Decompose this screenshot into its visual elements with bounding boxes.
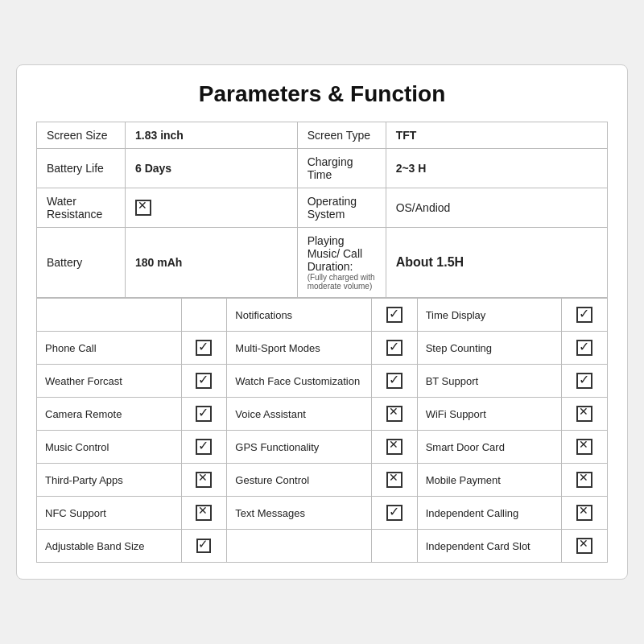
gesture-check-icon bbox=[386, 472, 402, 488]
specs-table: Screen Size 1.83 inch Screen Type TFT Ba… bbox=[36, 122, 608, 298]
feature-col2-label-4: GPS Functionality bbox=[227, 431, 372, 464]
os-value: OS/Andiod bbox=[386, 188, 607, 228]
os-label: Operating System bbox=[297, 188, 386, 228]
main-card: Parameters & Function Screen Size 1.83 i… bbox=[16, 64, 628, 580]
feature-col2-label-3: Voice Assistant bbox=[227, 398, 372, 431]
music-control-check-icon bbox=[196, 439, 212, 455]
spec-row-battery: Battery 180 mAh Playing Music/ Call Dura… bbox=[37, 228, 608, 298]
features-table: Notifications Time Display Phone Call Mu… bbox=[36, 298, 608, 563]
spec-row-water: Water Resistance Operating System OS/And… bbox=[37, 188, 608, 228]
feature-col1-label-6: NFC Support bbox=[37, 497, 182, 530]
feature-col2-check-0 bbox=[371, 299, 417, 332]
screen-type-label: Screen Type bbox=[297, 122, 386, 149]
feature-col1-check-0 bbox=[181, 299, 227, 332]
feature-row-6: NFC Support Text Messages Independent Ca… bbox=[37, 497, 608, 530]
feature-col1-check-1 bbox=[181, 332, 227, 365]
feature-col3-label-1: Step Counting bbox=[417, 332, 562, 365]
independent-calling-check-icon bbox=[576, 505, 592, 521]
charging-time-label: Charging Time bbox=[297, 149, 386, 188]
feature-row-4: Music Control GPS Functionality Smart Do… bbox=[37, 431, 608, 464]
feature-col3-label-7: Independent Card Slot bbox=[417, 530, 562, 563]
battery-life-value: 6 Days bbox=[126, 149, 298, 188]
feature-col2-check-4 bbox=[371, 431, 417, 464]
feature-col1-label-4: Music Control bbox=[37, 431, 182, 464]
feature-col3-label-0: Time Display bbox=[417, 299, 562, 332]
feature-col2-check-5 bbox=[371, 464, 417, 497]
water-resistance-value bbox=[126, 188, 298, 228]
water-resistance-label: Water Resistance bbox=[37, 188, 126, 228]
feature-col3-label-3: WiFi Support bbox=[417, 398, 562, 431]
spec-row-screen: Screen Size 1.83 inch Screen Type TFT bbox=[37, 122, 608, 149]
feature-col1-label-5: Third-Party Apps bbox=[37, 464, 182, 497]
feature-col1-label-2: Weather Forcast bbox=[37, 365, 182, 398]
feature-col1-label-1: Phone Call bbox=[37, 332, 182, 365]
feature-row-7: Adjustable Band Size Independent Card Sl… bbox=[37, 530, 608, 563]
battery-life-label: Battery Life bbox=[37, 149, 126, 188]
independent-card-slot-check-icon bbox=[576, 538, 592, 554]
feature-col2-check-7 bbox=[371, 530, 417, 563]
feature-row-1: Phone Call Multi-Sport Modes Step Counti… bbox=[37, 332, 608, 365]
feature-col2-check-3 bbox=[371, 398, 417, 431]
feature-col2-label-6: Text Messages bbox=[227, 497, 372, 530]
feature-col2-check-2 bbox=[371, 365, 417, 398]
feature-col1-label-7: Adjustable Band Size bbox=[37, 530, 182, 563]
screen-size-label: Screen Size bbox=[37, 122, 126, 149]
mobile-payment-check-icon bbox=[576, 472, 592, 488]
feature-col3-label-5: Mobile Payment bbox=[417, 464, 562, 497]
battery-value: 180 mAh bbox=[126, 228, 298, 298]
feature-col1-label-3: Camera Remote bbox=[37, 398, 182, 431]
page-title: Parameters & Function bbox=[36, 81, 608, 107]
call-duration-note: (Fully charged with moderate volume) bbox=[308, 273, 376, 291]
feature-col1-check-6 bbox=[181, 497, 227, 530]
wifi-support-check-icon bbox=[576, 406, 592, 422]
feature-col3-check-2 bbox=[562, 365, 608, 398]
feature-col3-check-1 bbox=[562, 332, 608, 365]
charging-time-value: 2~3 H bbox=[386, 149, 607, 188]
adjustable-band-check-icon bbox=[196, 539, 211, 553]
spec-row-battery-life: Battery Life 6 Days Charging Time 2~3 H bbox=[37, 149, 608, 188]
step-counting-check-icon bbox=[576, 340, 592, 356]
feature-row-2: Weather Forcast Watch Face Customization… bbox=[37, 365, 608, 398]
call-duration-label: Playing Music/ Call Duration: (Fully cha… bbox=[297, 228, 386, 298]
feature-col1-label-0 bbox=[37, 299, 182, 332]
feature-col1-check-5 bbox=[181, 464, 227, 497]
phone-call-check-icon bbox=[196, 340, 212, 356]
weather-check-icon bbox=[196, 373, 212, 389]
feature-col3-check-5 bbox=[562, 464, 608, 497]
nfc-check-icon bbox=[196, 505, 212, 521]
feature-col2-check-1 bbox=[371, 332, 417, 365]
feature-col3-label-4: Smart Door Card bbox=[417, 431, 562, 464]
feature-col2-check-6 bbox=[371, 497, 417, 530]
screen-type-value: TFT bbox=[386, 122, 607, 149]
feature-col2-label-2: Watch Face Customization bbox=[227, 365, 372, 398]
feature-col1-check-2 bbox=[181, 365, 227, 398]
feature-col3-check-6 bbox=[562, 497, 608, 530]
feature-col1-check-3 bbox=[181, 398, 227, 431]
notifications-check-icon bbox=[386, 307, 402, 323]
feature-col3-check-7 bbox=[562, 530, 608, 563]
smart-door-check-icon bbox=[576, 439, 592, 455]
feature-col1-check-7 bbox=[181, 530, 227, 563]
feature-row-5: Third-Party Apps Gesture Control Mobile … bbox=[37, 464, 608, 497]
feature-col3-check-0 bbox=[562, 299, 608, 332]
feature-row-0: Notifications Time Display bbox=[37, 299, 608, 332]
gps-check-icon bbox=[386, 439, 402, 455]
feature-col2-label-1: Multi-Sport Modes bbox=[227, 332, 372, 365]
watchface-check-icon bbox=[386, 373, 402, 389]
feature-col1-check-4 bbox=[181, 431, 227, 464]
battery-label: Battery bbox=[37, 228, 126, 298]
feature-col2-label-7 bbox=[227, 530, 372, 563]
feature-col3-check-4 bbox=[562, 431, 608, 464]
feature-row-3: Camera Remote Voice Assistant WiFi Suppo… bbox=[37, 398, 608, 431]
screen-size-value: 1.83 inch bbox=[126, 122, 298, 149]
voice-assistant-check-icon bbox=[386, 406, 402, 422]
call-duration-value: About 1.5H bbox=[386, 228, 607, 298]
text-messages-check-icon bbox=[386, 505, 402, 521]
water-resistance-check-icon bbox=[135, 200, 151, 216]
feature-col2-label-5: Gesture Control bbox=[227, 464, 372, 497]
feature-col3-label-6: Independent Calling bbox=[417, 497, 562, 530]
time-display-check-icon bbox=[576, 307, 592, 323]
feature-col3-check-3 bbox=[562, 398, 608, 431]
third-party-check-icon bbox=[196, 472, 212, 488]
camera-remote-check-icon bbox=[196, 406, 212, 422]
